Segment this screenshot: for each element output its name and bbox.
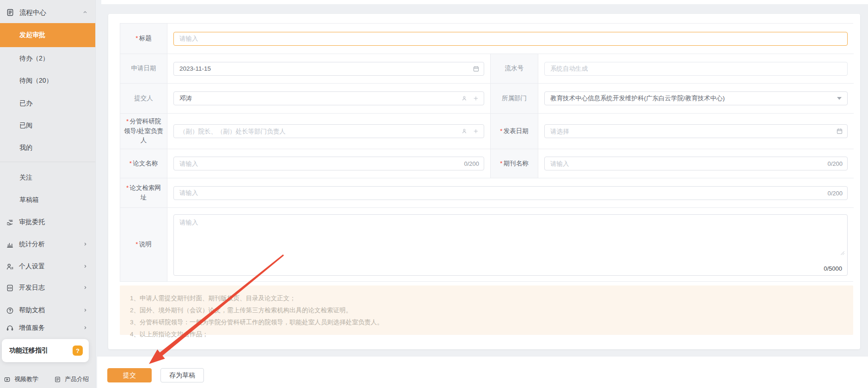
char-counter: 0/200 [827,160,843,167]
sidebar-item-personal-settings[interactable]: 个人设置 [0,258,95,275]
approval-form: *标题 申请日期 流水号 [120,23,853,282]
delegate-icon [6,218,14,226]
content-top-strip [101,0,868,4]
serial-no-label: 流水号 [491,54,538,84]
doc-icon [54,376,61,383]
journal-name-label: *期刊名称 [491,149,538,178]
paper-name-label: *论文名称 [120,149,167,178]
sidebar-divider [0,162,95,162]
chevron-right-icon [83,284,88,291]
sidebar-item-drafts[interactable]: 草稿箱 [0,191,95,209]
question-badge-icon[interactable]: ? [73,346,83,356]
department-label: 所属部门 [491,84,538,114]
sidebar-item-value-added-services[interactable]: 增值服务 [0,320,95,336]
required-asterisk: * [135,35,138,42]
paper-name-input[interactable] [173,157,484,170]
form-card: *标题 申请日期 流水号 [108,14,860,349]
save-draft-button[interactable]: 存为草稿 [160,368,204,382]
sidebar-item-mine[interactable]: 我的 [0,139,95,157]
add-person-icon[interactable] [473,95,479,102]
sidebar-item-approval-delegation[interactable]: 审批委托 [0,213,95,231]
clipboard-icon [6,8,14,17]
paper-url-label: *论文检索网址 [120,178,167,208]
stats-icon [6,241,14,249]
sidebar-item-read[interactable]: 已阅 [0,117,95,134]
research-leader-input[interactable] [173,124,484,138]
form-notes: 1、申请人需提交期刊封面、期刊版权页、目录及论文正文； 2、国外、境外期刊（会议… [120,285,853,335]
contact-person-icon[interactable] [461,95,468,102]
publish-date-label: *发表日期 [491,114,538,149]
description-label: *说明 [120,208,167,281]
note-line: 1、申请人需提交期刊封面、期刊版权页、目录及论文正文； [130,292,843,304]
serial-no-input[interactable] [544,62,848,76]
sidebar-group-process-center[interactable]: 流程中心 [0,4,95,21]
title-input[interactable] [173,32,848,46]
department-field-cell [538,84,854,114]
journal-name-field-cell: 0/200 [538,149,854,178]
department-select[interactable] [544,91,848,105]
note-line: 3、分管科研院领导：一般为学院分管科研工作的院领导，职能处室人员则选择处室负责人… [130,316,843,328]
sidebar-group-label: 流程中心 [19,8,46,17]
chevron-right-icon [83,307,88,314]
submitter-field-cell [167,84,491,114]
research-leader-field-cell [167,114,491,149]
char-counter: 0/5000 [824,265,842,272]
chevron-up-icon[interactable] [82,9,88,16]
required-asterisk: * [500,160,502,167]
sidebar-item-done[interactable]: 已办 [0,95,95,112]
required-asterisk: * [126,184,129,191]
sidebar-footer: 视频教学 产品介绍 [0,372,95,386]
title-field-cell [167,24,854,54]
sidebar: 流程中心 发起审批 待办（2） 待阅（20） 已办 已阅 我的 关注 草稿箱 [0,0,96,388]
required-asterisk: * [129,160,132,167]
title-label: *标题 [120,24,167,54]
sidebar-item-follow[interactable]: 关注 [0,169,95,187]
resize-handle-icon[interactable] [840,250,845,256]
required-asterisk: * [126,118,129,125]
chevron-right-icon [83,241,88,248]
submit-button[interactable]: 提交 [107,368,152,382]
char-counter: 0/200 [827,189,843,196]
description-textarea[interactable] [174,215,847,257]
chevron-right-icon [83,263,88,270]
note-line: 4、以上所指论文均含作品； [130,328,843,340]
user-icon [6,263,14,271]
paper-url-input[interactable] [173,186,848,200]
sidebar-item-dev-log[interactable]: 开发日志 [0,279,95,297]
required-asterisk: * [500,127,502,134]
required-asterisk: * [135,241,138,248]
migration-guide-card[interactable]: 功能迁移指引 ? [2,339,89,362]
calendar-icon[interactable] [836,128,843,135]
contact-person-icon[interactable] [461,128,468,134]
research-leader-label: *分管科研院领导/处室负责人 [120,114,167,149]
sidebar-item-help-docs[interactable]: 帮助文档 [0,302,95,319]
paper-name-field-cell: 0/200 [167,149,491,178]
devlog-icon [6,284,14,292]
app: 流程中心 发起审批 待办（2） 待阅（20） 已办 已阅 我的 关注 草稿箱 [0,0,868,388]
help-icon [6,307,14,315]
dropdown-arrow-icon[interactable] [837,97,842,100]
description-field-cell: 0/5000 [167,208,854,281]
apply-date-label: 申请日期 [120,54,167,84]
sidebar-item-initiate-approval[interactable]: 发起审批 [0,23,95,47]
video-icon [4,376,11,383]
migration-guide-label: 功能迁移指引 [9,346,73,355]
sidebar-item-statistics[interactable]: 统计分析 [0,236,95,253]
char-counter: 0/200 [464,160,479,167]
publish-date-input[interactable] [544,124,848,138]
action-footer: 提交 存为草稿 [97,357,868,388]
paper-url-field-cell: 0/200 [167,178,854,208]
headset-icon [6,324,14,332]
product-intro-link[interactable]: 产品介绍 [54,375,89,383]
apply-date-input[interactable] [173,62,484,76]
submitter-label: 提交人 [120,84,167,114]
submitter-input[interactable] [173,91,484,105]
sidebar-item-to-read[interactable]: 待阅（20） [0,72,95,90]
video-tutorial-link[interactable]: 视频教学 [4,375,38,383]
add-person-icon[interactable] [473,128,479,134]
sidebar-item-todo[interactable]: 待办（2） [0,50,95,67]
chevron-right-icon [83,324,88,332]
apply-date-field-cell [167,54,491,84]
calendar-icon[interactable] [473,65,480,72]
journal-name-input[interactable] [544,157,848,170]
